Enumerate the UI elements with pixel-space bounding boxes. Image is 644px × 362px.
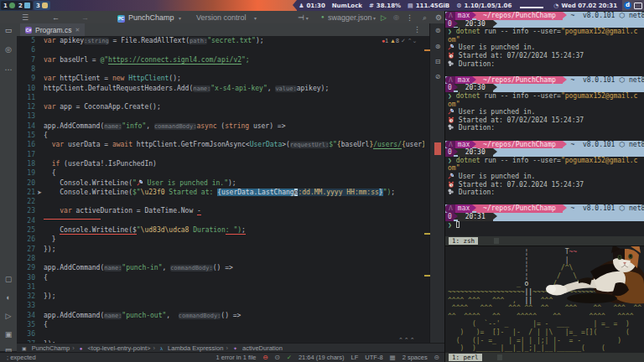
build-tool-icon[interactable]: ▢ bbox=[3, 275, 13, 283]
error-summary[interactable]: 1 error in 1 file bbox=[216, 354, 257, 361]
scroll-mark-warning-1 bbox=[424, 49, 430, 51]
search-icon[interactable]: ⌕ bbox=[423, 13, 427, 23]
code-line-30: 30{ bbox=[17, 273, 424, 282]
ide-status-bar: ; expected 1 error in 1 file ⊖ ʘ ✓ 21:64… bbox=[0, 352, 444, 362]
output-punched-in: User is punched in. bbox=[445, 173, 644, 181]
file-encoding[interactable]: UTF-8 bbox=[365, 354, 382, 361]
commit-tool-icon[interactable]: ◎ bbox=[3, 45, 13, 54]
database-icon[interactable]: ⊟ bbox=[433, 58, 443, 65]
lock-icon[interactable]: ⊝ bbox=[434, 354, 439, 361]
shell-command: ❯ dotnet run -- info --user="pogumax152@… bbox=[445, 28, 644, 36]
zsh-prompt-line2: 0 20:30 bbox=[445, 84, 644, 92]
workspace-1[interactable]: 1 bbox=[1, 1, 18, 10]
checks-ok-icon: ✓ bbox=[287, 354, 292, 361]
rocket-emoji-icon bbox=[448, 173, 454, 179]
run-button[interactable]: ▷ bbox=[381, 13, 387, 22]
editor-icon bbox=[42, 3, 48, 8]
back-icon[interactable]: ← bbox=[52, 13, 60, 22]
ide-toolbar: ☰ ← → PC PunchChamp▾ Version control▾ ⊣▾… bbox=[0, 11, 444, 23]
tab-program-cs[interactable]: C# Program.cs ✕ bbox=[20, 23, 85, 36]
terminal-perl[interactable]: ¦ T~~ ¦ | ¦ /^\ ¦ / \ _ o / \~~~~~~~~~~~… bbox=[445, 246, 644, 353]
problems-tool-icon[interactable]: ◐ bbox=[3, 293, 13, 302]
code-line-16: 16 var userData = await httpClient.GetFr… bbox=[17, 140, 424, 149]
code-line-13: 13 bbox=[17, 111, 424, 121]
code-line-24: 24 bbox=[17, 216, 424, 225]
code-line-18: 18 if (userData!.IsPunchedIn) bbox=[17, 159, 424, 168]
code-line-25: 25 Console.WriteLine($"\ud83d\udca8 Dura… bbox=[17, 225, 424, 235]
tray-display-icon[interactable] bbox=[634, 3, 642, 9]
more-actions-icon[interactable]: ⋮ bbox=[406, 13, 413, 22]
project-selector[interactable]: PunchChamp bbox=[128, 13, 174, 22]
error-underline-line24 bbox=[44, 219, 101, 220]
line-separator[interactable]: LF bbox=[351, 354, 359, 361]
zsh-prompt-line2: 0 20:31 bbox=[445, 213, 644, 221]
code-editor[interactable]: 5var apikey:string = File.ReadAllText(pa… bbox=[17, 36, 424, 343]
settings-gear-icon[interactable]: ⚙ bbox=[435, 13, 442, 22]
code-line-9: 9var httpClient = new HttpClient(); bbox=[17, 74, 424, 83]
breadcrumb-0[interactable]: PunchChamp bbox=[32, 344, 70, 352]
notifications-bell-icon[interactable]: ⊚ bbox=[433, 27, 443, 34]
monitor-icon bbox=[24, 3, 30, 8]
run-config-selector[interactable]: swagger.json bbox=[328, 13, 372, 22]
ascii-art-row-9: ( `--' _ |= - ___ | =_ = ) bbox=[448, 320, 644, 328]
editor-tab-bar: C# Program.cs ✕ ⋮ bbox=[17, 23, 429, 36]
zsh-prompt-line1: Λmax ~/repos/PunchChamp ~ v8.0.101 ⬡ net… bbox=[445, 76, 644, 85]
breadcrumb-3[interactable]: activeDuration bbox=[242, 344, 283, 352]
left-tool-stripe: ▭ ◎ ⋯ ▢ ◐ ▷ ▣ ▤ bbox=[0, 23, 17, 351]
menu-icon[interactable]: ☰ bbox=[22, 13, 29, 22]
code-line-32: 32}); bbox=[17, 292, 424, 301]
system-tray[interactable]: d bbox=[624, 1, 642, 10]
ide-window: ☰ ← → PC PunchChamp▾ Version control▾ ⊣▾… bbox=[0, 11, 444, 362]
readonly-grid-icon[interactable]: ▦ bbox=[390, 354, 396, 361]
debug-button[interactable]: ◎ bbox=[393, 13, 399, 21]
rocket-emoji-icon bbox=[448, 108, 454, 115]
workspace-2[interactable]: 2 bbox=[16, 1, 33, 10]
scroll-mark-warning-2 bbox=[424, 233, 430, 235]
module-111-45gib: ▤111.45GiB bbox=[406, 0, 454, 11]
module-38-18-: #38.18% bbox=[367, 0, 406, 11]
tmux-window-perl[interactable]: 1: perl bbox=[449, 354, 482, 361]
ai-assistant-icon[interactable]: ⊛ bbox=[433, 43, 443, 50]
vcs-selector[interactable]: Version control bbox=[196, 13, 247, 22]
code-line-31: 31 bbox=[17, 282, 424, 292]
project-tool-icon[interactable]: ▭ bbox=[3, 26, 13, 34]
code-line-8: 8 bbox=[17, 65, 424, 74]
breadcrumb-2[interactable]: Lambda Expression bbox=[168, 344, 223, 352]
code-line-17: 17 bbox=[17, 150, 424, 159]
vcs-update-icon[interactable]: ⊣▾ bbox=[298, 13, 309, 22]
breadcrumb-1[interactable]: <top-level-entry-point> bbox=[87, 344, 150, 352]
rocket-emoji-icon bbox=[137, 179, 143, 186]
scroll-mark-warning-3 bbox=[424, 275, 430, 277]
forward-icon[interactable]: → bbox=[81, 13, 89, 22]
output-started-at: Started at: 07/02/2024 15:24:37 bbox=[445, 52, 644, 60]
ascii-art-row-10: ) )= []- |- / | |\ |=_ =[]( ( bbox=[448, 328, 644, 337]
alarm-emoji-icon bbox=[448, 116, 454, 123]
workspace-3[interactable]: 3 bbox=[34, 1, 50, 10]
tmux-window-zsh[interactable]: 1: zsh bbox=[449, 237, 478, 245]
tab-options-icon[interactable]: ⋮ bbox=[413, 25, 421, 34]
code-line-10: 10httpClient.DefaultRequestHeaders.Add(n… bbox=[17, 84, 424, 93]
terminal-zsh[interactable]: Λmax ~/repos/PunchChamp ~ v8.0.101 ⬡ net… bbox=[445, 11, 644, 236]
inspections-widget[interactable]: ●1 ▲8 ✓ ⌃⌄ bbox=[382, 38, 428, 46]
tab-label: Program.cs bbox=[35, 26, 71, 34]
run-tool-icon[interactable]: ▷ bbox=[3, 312, 13, 320]
top-status-bar: 123 ♟01:30NumLock#38.18%▤111.45GiB⚙1.10/… bbox=[0, 0, 644, 11]
code-line-6: 6 bbox=[17, 45, 424, 54]
tray-d-icon[interactable]: d bbox=[624, 2, 631, 9]
breadcrumbs[interactable]: ▣ PunchChamp›● <top-level-entry-point>›λ… bbox=[17, 343, 444, 352]
unit-tests-tool-icon[interactable]: ▣ bbox=[3, 330, 13, 339]
code-line-29: 29app.AddCommand(name:"punch-in", comman… bbox=[17, 263, 424, 272]
analysis-error-icon: ⊖ bbox=[263, 354, 268, 361]
output-duration: Duration: bbox=[445, 124, 644, 132]
zsh-prompt-line2: 0 20:30 bbox=[445, 20, 644, 28]
alarm-emoji-icon bbox=[448, 181, 454, 188]
tab-close-icon[interactable]: ✕ bbox=[75, 27, 80, 34]
warning-count-icon: ▲ bbox=[390, 38, 396, 44]
caret-position[interactable]: 21:64 (19 chars) bbox=[299, 354, 345, 361]
indent-setting[interactable]: 2 spaces bbox=[402, 354, 428, 361]
code-line-26: 26 } bbox=[17, 235, 424, 244]
more-tools-icon[interactable]: ⋯ bbox=[3, 65, 13, 74]
code-line-22: 22 bbox=[17, 197, 424, 206]
scrollbar-error-mark bbox=[434, 142, 441, 155]
security-shield-icon[interactable]: ⊘ bbox=[433, 73, 443, 80]
